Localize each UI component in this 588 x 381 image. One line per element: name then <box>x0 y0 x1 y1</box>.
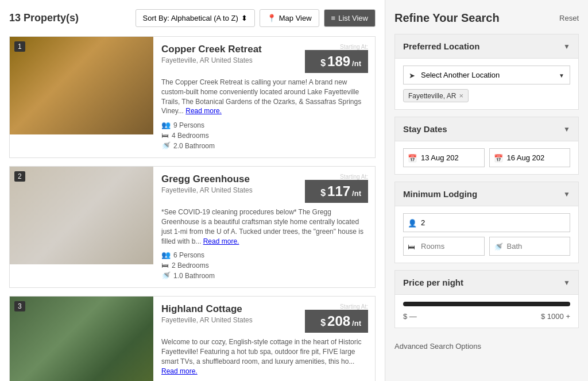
card-title-group: Highland Cottage Fayetteville, AR United… <box>161 303 253 324</box>
bathrooms-meta-icon: 🚿 <box>161 141 171 150</box>
price-unit: /nt <box>352 59 361 68</box>
card-description: The Copper Creek Retreat is calling your… <box>161 78 368 116</box>
location-tag: Fayetteville, AR × <box>403 89 469 102</box>
persons-meta-icon: 👥 <box>161 251 171 259</box>
card-meta: 👥6 Persons 🛏2 Bedrooms 🚿1.0 Bathroom <box>161 251 368 280</box>
property-list: 1 Copper Creek Retreat Fayetteville, AR … <box>9 36 376 381</box>
card-image <box>10 167 153 264</box>
price-dollar-sign: $ <box>320 188 326 198</box>
stay-dates-filter-section: Stay Dates ▼ 📅 📅 <box>394 117 579 175</box>
refine-header: Refine Your Search Reset <box>394 11 579 25</box>
price-max-label: $ 1000 + <box>541 312 570 321</box>
map-icon: 📍 <box>267 14 276 22</box>
starting-at-label: Starting At: <box>340 174 368 180</box>
sort-button[interactable]: Sort By: Alphabetical (A to Z) ⬍ <box>136 9 255 27</box>
property-count: 13 Property(s) <box>9 12 79 24</box>
location-chevron-icon: ▼ <box>563 43 570 51</box>
bedrooms-meta: 🛏2 Bedrooms <box>161 261 368 270</box>
card-title-group: Copper Creek Retreat Fayetteville, AR Un… <box>161 44 262 64</box>
rooms-input[interactable] <box>403 237 485 256</box>
location-select[interactable]: Select Another Location <box>403 66 570 84</box>
reset-link[interactable]: Reset <box>559 14 579 22</box>
top-bar-controls: Sort By: Alphabetical (A to Z) ⬍ 📍 Map V… <box>136 9 376 27</box>
top-bar: 13 Property(s) Sort By: Alphabetical (A … <box>9 9 376 27</box>
left-panel: 13 Property(s) Sort By: Alphabetical (A … <box>0 0 385 381</box>
price-section-header[interactable]: Price per night ▼ <box>395 271 578 295</box>
price-section: Starting At: $ 208 /nt <box>305 303 368 333</box>
location-section-title: Preferred Location <box>403 41 479 51</box>
list-view-button[interactable]: ≡ List View <box>324 9 376 27</box>
list-view-label: List View <box>338 14 368 22</box>
property-card: 3 Highland Cottage Fayetteville, AR Unit… <box>9 296 376 381</box>
property-card: 2 Gregg Greenhouse Fayetteville, AR Unit… <box>9 166 376 288</box>
bedrooms-meta-icon: 🛏 <box>161 261 169 270</box>
card-image <box>10 297 153 381</box>
sort-label: Sort By: Alphabetical (A to Z) <box>143 14 238 22</box>
price-range-bar[interactable] <box>403 302 570 306</box>
card-number: 3 <box>14 301 25 311</box>
location-arrow-icon: ➤ <box>409 71 415 79</box>
card-header: Copper Creek Retreat Fayetteville, AR Un… <box>161 44 368 73</box>
end-date-calendar-icon: 📅 <box>494 153 503 162</box>
card-title-group: Gregg Greenhouse Fayetteville, AR United… <box>161 174 253 194</box>
card-location: Fayetteville, AR United States <box>161 316 253 324</box>
bathrooms-meta-icon: 🚿 <box>161 271 171 280</box>
right-panel: Refine Your Search Reset Preferred Locat… <box>385 0 588 381</box>
location-tag-text: Fayetteville, AR <box>408 92 456 100</box>
persons-meta: 👥6 Persons <box>161 251 368 259</box>
persons-meta-value: 9 Persons <box>173 121 204 129</box>
card-location: Fayetteville, AR United States <box>161 56 262 64</box>
price-value: 117 <box>327 183 350 199</box>
price-section: Starting At: $ 189 /nt <box>305 44 368 73</box>
persons-input[interactable] <box>403 213 570 232</box>
price-chevron-icon: ▼ <box>563 279 570 287</box>
card-meta: 👥9 Persons 🛏4 Bedrooms 🚿2.0 Bathroom <box>161 121 368 150</box>
persons-meta-icon: 👥 <box>161 121 171 129</box>
price-value: 189 <box>327 53 350 70</box>
location-section-header[interactable]: Preferred Location ▼ <box>395 34 578 59</box>
property-card: 1 Copper Creek Retreat Fayetteville, AR … <box>9 36 376 158</box>
read-more-link[interactable]: Read more. <box>203 237 239 245</box>
location-tag-remove[interactable]: × <box>459 91 463 100</box>
card-number: 1 <box>14 41 25 52</box>
min-lodging-section-header[interactable]: Minimum Lodging ▼ <box>395 182 578 206</box>
card-body: Highland Cottage Fayetteville, AR United… <box>153 297 375 381</box>
rooms-input-wrapper: 🛏 <box>403 237 485 256</box>
read-more-link[interactable]: Read more. <box>161 367 198 375</box>
price-main: $ 189 /nt <box>320 53 361 70</box>
card-body: Copper Creek Retreat Fayetteville, AR Un… <box>153 37 375 157</box>
price-range-inputs: $ — $ 1000 + <box>403 312 570 321</box>
rooms-icon: 🛏 <box>408 242 415 251</box>
location-filter-body: ➤ Select Another Location ▼ Fayetteville… <box>395 59 578 109</box>
persons-input-wrapper: 👤 <box>403 213 570 232</box>
price-section-title: Price per night <box>403 278 463 287</box>
price-dollar-sign: $ <box>320 58 326 68</box>
card-header: Gregg Greenhouse Fayetteville, AR United… <box>161 174 368 203</box>
bath-icon: 🚿 <box>494 242 503 251</box>
card-location: Fayetteville, AR United States <box>161 186 253 194</box>
starting-at-label: Starting At: <box>340 303 368 310</box>
price-section: Starting At: $ 117 /nt <box>305 174 368 203</box>
min-lodging-filter-body: 👤 🛏 🚿 <box>395 206 578 263</box>
start-date-calendar-icon: 📅 <box>408 153 417 162</box>
persons-meta: 👥9 Persons <box>161 121 368 129</box>
map-view-label: Map View <box>279 14 312 22</box>
price-filter-section: Price per night ▼ $ — $ 1000 + <box>394 270 579 328</box>
end-date-wrapper: 📅 <box>489 148 571 167</box>
bathrooms-meta: 🚿2.0 Bathroom <box>161 141 368 150</box>
bedrooms-meta-value: 4 Bedrooms <box>172 132 209 140</box>
stay-dates-chevron-icon: ▼ <box>563 125 570 133</box>
card-title: Highland Cottage <box>161 303 253 315</box>
card-title: Copper Creek Retreat <box>161 44 262 55</box>
stay-dates-section-header[interactable]: Stay Dates ▼ <box>395 117 578 141</box>
price-main: $ 117 /nt <box>320 183 361 199</box>
advanced-search-link[interactable]: Advanced Search Options <box>394 335 579 353</box>
price-unit: /nt <box>352 189 361 198</box>
stay-dates-section-title: Stay Dates <box>403 124 447 134</box>
min-lodging-chevron-icon: ▼ <box>563 190 570 198</box>
bedrooms-meta-value: 2 Bedrooms <box>172 261 209 270</box>
sort-chevron-icon: ⬍ <box>241 14 247 22</box>
read-more-link[interactable]: Read more. <box>185 107 222 115</box>
start-date-wrapper: 📅 <box>403 148 485 167</box>
map-view-button[interactable]: 📍 Map View <box>260 9 319 27</box>
